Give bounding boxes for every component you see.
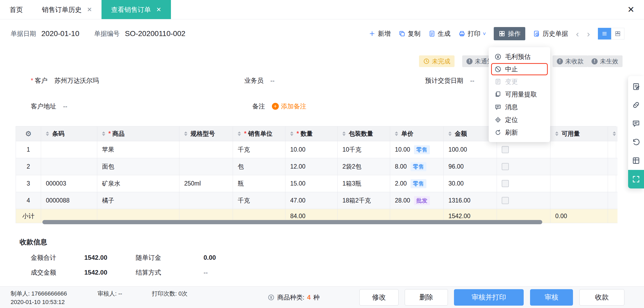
tab-home[interactable]: 首页 [0,0,32,19]
sort-icon[interactable] [613,131,616,136]
tab-view-sales-order[interactable]: 查看销售订单 ✕ [102,0,171,19]
horizontal-scrollbar[interactable] [42,220,542,224]
message-panel-button[interactable] [628,114,644,133]
menu-item-refresh[interactable]: 刷新 [489,126,550,139]
sort-icon[interactable] [184,131,187,136]
link-icon [632,101,640,109]
table-row[interactable]: 4 0000088 橘子 千克 47.00 18箱2千克 28.00批发 131… [16,192,616,209]
next-arrow-icon[interactable]: › [587,29,590,38]
audit-and-print-button[interactable]: 审核并打印 [454,289,524,306]
table-row[interactable]: 3 000003 矿泉水 250ml 瓶 15.00 1箱3瓶 2.00零售 3… [16,175,616,192]
price-type-tag[interactable]: 批发 [414,196,430,205]
sort-icon[interactable] [448,131,452,136]
chat-icon [632,119,640,128]
prev-arrow-icon[interactable]: ‹ [576,29,579,38]
sort-icon[interactable] [342,131,346,136]
row-qty: 12.00 [285,158,338,175]
generate-button[interactable]: 生成 [429,29,451,38]
col-unit[interactable]: *销售单位 [233,126,285,141]
row-spec [179,158,233,175]
menu-item-message[interactable]: 消息 [489,101,550,113]
sort-icon[interactable] [395,131,398,136]
col-available[interactable]: 可用量 [550,126,608,141]
copy-button[interactable]: 复制 [399,29,421,38]
menu-item-locate[interactable]: 定位 [489,113,550,126]
row-checkbox[interactable] [502,163,509,170]
sort-icon[interactable] [238,131,241,136]
sort-icon[interactable] [46,131,49,136]
link-panel-button[interactable] [628,96,644,114]
gear-icon[interactable]: ⚙ [25,130,32,138]
print-button[interactable]: 打印 ˅ [458,29,486,38]
sort-icon[interactable] [290,131,293,136]
delete-button[interactable]: 删除 [405,289,448,306]
row-checkbox[interactable] [502,197,509,204]
table-row[interactable]: 2 面包 包 12.00 2袋2包 8.00零售 96.00 [16,158,616,175]
add-remark-button[interactable]: + 添加备注 [272,102,306,111]
row-available [550,158,608,175]
table-row[interactable]: 1 苹果 千克 10.00 10千克 10.00零售 100.00 [16,141,616,158]
delivery-date-value: -- [470,77,474,84]
info-icon: ! [557,58,563,64]
col-qty[interactable]: *数量 [285,126,338,141]
col-spec[interactable]: 规格型号 [179,126,233,141]
order-detail-panel-button[interactable] [628,77,644,96]
extract-icon [495,91,501,98]
modify-button[interactable]: 修改 [359,289,399,306]
row-available [550,175,608,192]
row-qty: 10.00 [285,141,338,158]
history-doc-button[interactable]: 历史单据 [533,29,568,38]
list-view-button[interactable] [598,28,611,39]
doc-date-label: 单据日期 [11,29,36,38]
price-type-tag[interactable]: 零售 [414,145,430,154]
doc-date: 单据日期 2020-01-10 [11,29,79,38]
sort-icon[interactable] [102,131,105,136]
col-barcode[interactable]: 条码 [41,126,97,141]
salesman-field: 业务员 -- [244,75,275,86]
menu-item-gross-profit[interactable]: 毛利预估 [489,50,550,63]
tab-home-label: 首页 [10,5,23,14]
menu-item-abort[interactable]: 中止 [491,63,548,75]
col-price[interactable]: 单价 [390,126,444,141]
close-icon[interactable]: ✕ [627,5,634,15]
generate-icon [429,30,435,37]
add-button[interactable]: 新增 [369,29,391,38]
row-spec [179,141,233,158]
customer-label: 客户 [35,76,47,85]
price-type-tag[interactable]: 零售 [411,162,426,171]
audit-button[interactable]: 审核 [530,289,573,306]
row-amount: 96.00 [444,158,497,175]
row-checkbox[interactable] [502,146,509,153]
doc-number-label: 单据编号 [94,29,120,38]
sort-icon[interactable] [555,131,558,136]
locate-icon [495,116,501,123]
view-toggle [598,28,624,39]
close-tab-icon[interactable]: ✕ [156,6,161,13]
col-product[interactable]: *商品 [97,126,179,141]
operate-button[interactable]: 操作 [494,27,525,40]
expand-panel-button[interactable] [628,170,644,188]
table-panel-button[interactable] [628,151,644,170]
menu-item-available-extract[interactable]: 可用量提取 [489,88,550,101]
tab-sales-order-history[interactable]: 销售订单历史 ✕ [32,0,102,19]
col-partial[interactable] [608,126,617,141]
row-price: 2.00零售 [390,175,444,192]
history-doc-icon [533,30,540,37]
history-panel-button[interactable] [628,133,644,151]
grid-view-button[interactable] [611,28,624,39]
row-price: 28.00批发 [390,192,444,209]
delivery-date-field: 预计交货日期 -- [425,75,474,86]
receive-payment-button[interactable]: 收款 [579,289,624,306]
row-checkbox-cell [497,175,550,192]
price-type-tag[interactable]: 零售 [411,179,426,188]
copy-icon [399,30,405,37]
menu-item-change[interactable]: 变更 [489,75,550,88]
tab-history-label: 销售订单历史 [42,5,82,14]
tab-active-label: 查看销售订单 [111,5,151,14]
col-pkg[interactable]: 包装数量 [338,126,390,141]
row-seq: 1 [16,141,41,158]
row-checkbox[interactable] [502,180,509,187]
row-price: 10.00零售 [390,141,444,158]
grid-view-icon [615,30,621,37]
close-tab-icon[interactable]: ✕ [87,6,92,13]
